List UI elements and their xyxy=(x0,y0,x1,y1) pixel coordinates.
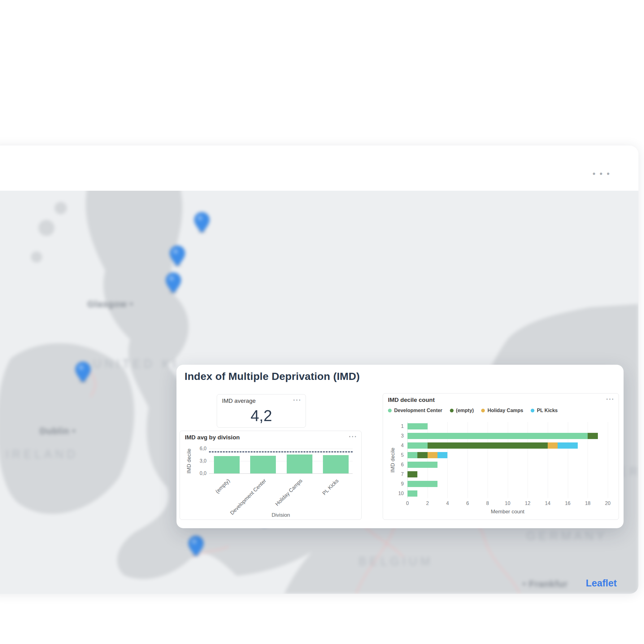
imd-decile-count-card: IMD decile count ⋯ Development Center(em… xyxy=(383,393,619,520)
legend-label: Development Center xyxy=(394,408,442,413)
map-pin[interactable] xyxy=(169,246,186,267)
bar-segment-decile-5[interactable] xyxy=(407,452,417,458)
legend-label: (empty) xyxy=(456,408,474,413)
bar-segment-decile-4[interactable] xyxy=(407,442,428,449)
y-tick-label: 3,0 xyxy=(189,458,207,464)
count-x-axis-label: Member count xyxy=(407,509,608,515)
count-chart-title: IMD decile count xyxy=(388,397,435,403)
y-category-label: 7 xyxy=(392,472,404,477)
bar-segment-decile-4[interactable] xyxy=(548,442,558,449)
legend-item-pl-kicks: PL Kicks xyxy=(531,408,558,413)
bar-Holiday Camps[interactable] xyxy=(287,455,312,473)
kpi-card-title: IMD average xyxy=(222,398,256,404)
reference-line xyxy=(209,451,353,452)
imd-dashboard-page: • • • xyxy=(0,0,644,644)
x-tick-label: 16 xyxy=(562,501,574,506)
bar-segment-decile-10[interactable] xyxy=(407,490,417,497)
imd-average-value: 4,2 xyxy=(217,407,306,425)
card-menu-icon[interactable]: ⋯ xyxy=(606,397,614,402)
avg-chart-title: IMD avg by division xyxy=(185,434,240,441)
x-tick-label: 6 xyxy=(461,501,474,506)
legend-dot xyxy=(388,409,392,412)
y-category-label: 1 xyxy=(392,424,404,429)
imd-avg-by-division-card: IMD avg by division ⋯ IMD decile Divisio… xyxy=(180,431,362,520)
more-options-icon[interactable]: • • • xyxy=(593,169,611,179)
legend-dot xyxy=(481,409,485,412)
legend-label: Holiday Camps xyxy=(487,408,523,413)
y-category-label: 3 xyxy=(392,433,404,439)
y-category-label: 4 xyxy=(392,443,404,448)
legend-item-holiday-camps: Holiday Camps xyxy=(481,408,523,413)
x-tick-label: 0 xyxy=(401,501,414,506)
avg-card-header: IMD avg by division ⋯ xyxy=(185,434,357,441)
bar-segment-decile-9[interactable] xyxy=(407,481,437,487)
leaflet-attribution-link[interactable]: Leaflet xyxy=(586,578,617,589)
x-gridline xyxy=(608,422,608,498)
y-tick-label: 0,0 xyxy=(189,471,207,476)
map-pin[interactable] xyxy=(188,536,204,557)
x-tick-label: 2 xyxy=(421,501,434,506)
y-gridline xyxy=(209,449,353,449)
legend-item--empty-: (empty) xyxy=(450,408,474,413)
bar-segment-decile-1[interactable] xyxy=(407,423,428,429)
map-pin[interactable] xyxy=(194,212,210,234)
count-card-header: IMD decile count ⋯ xyxy=(388,397,614,403)
imd-panel: Index of Multiple Deprivation (IMD) IMD … xyxy=(176,365,624,528)
x-tick-label: 18 xyxy=(581,501,594,506)
bar-segment-decile-4[interactable] xyxy=(558,442,578,449)
legend-dot xyxy=(531,409,534,412)
map-pin[interactable] xyxy=(75,362,91,383)
bar-segment-decile-6[interactable] xyxy=(407,462,437,468)
y-tick-label: 6,0 xyxy=(189,446,207,451)
card-menu-icon[interactable]: ⋯ xyxy=(293,398,301,403)
x-tick-label: 14 xyxy=(542,501,554,506)
x-tick-label: 8 xyxy=(481,501,494,506)
card-menu-icon[interactable]: ⋯ xyxy=(348,434,357,439)
y-gridline xyxy=(209,473,353,474)
bar-segment-decile-7[interactable] xyxy=(407,471,417,477)
x-tick-label: 4 xyxy=(441,501,454,506)
kpi-card-header: IMD average ⋯ xyxy=(222,398,301,404)
bar-segment-decile-5[interactable] xyxy=(437,452,447,458)
dashboard-card: • • • xyxy=(0,146,638,594)
x-tick-label: 10 xyxy=(502,501,514,506)
bar-(empty)[interactable] xyxy=(214,456,240,473)
panel-title: Index of Multiple Deprivation (IMD) xyxy=(185,370,360,382)
imd-average-card: IMD average ⋯ 4,2 xyxy=(217,394,306,428)
chart-legend: Development Center(empty)Holiday CampsPL… xyxy=(388,408,558,413)
y-category-label: 5 xyxy=(392,452,404,458)
legend-item-development-center: Development Center xyxy=(388,408,442,413)
legend-label: PL Kicks xyxy=(537,408,558,413)
bar-segment-decile-5[interactable] xyxy=(417,452,427,458)
bar-segment-decile-3[interactable] xyxy=(588,433,598,439)
map-pin[interactable] xyxy=(165,272,182,294)
x-tick-label: 12 xyxy=(521,501,534,506)
legend-dot xyxy=(450,409,454,412)
y-category-label: 10 xyxy=(392,491,404,496)
bar-segment-decile-5[interactable] xyxy=(428,452,437,458)
bar-segment-decile-3[interactable] xyxy=(407,433,588,439)
y-category-label: 9 xyxy=(392,481,404,487)
bar-Development Center[interactable] xyxy=(250,456,276,473)
y-category-label: 6 xyxy=(392,462,404,468)
bar-segment-decile-4[interactable] xyxy=(428,442,548,449)
bar-PL Kicks[interactable] xyxy=(323,455,349,473)
x-tick-label: 20 xyxy=(602,501,614,506)
